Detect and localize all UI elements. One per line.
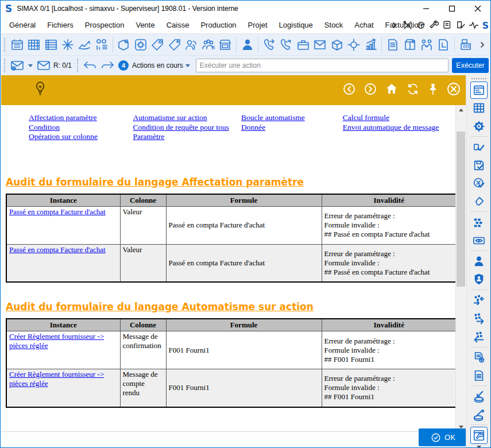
- ok-button[interactable]: OK: [419, 428, 467, 446]
- calendar-icon[interactable]: [9, 36, 25, 53]
- toolbar-drag-handle[interactable]: [77, 59, 80, 72]
- refresh-icon[interactable]: [406, 82, 420, 98]
- contacts-icon[interactable]: [183, 36, 199, 53]
- close-circle-icon[interactable]: [446, 82, 461, 99]
- table-cells-icon[interactable]: [470, 214, 488, 230]
- mail-icon[interactable]: [35, 57, 52, 74]
- pending-actions-label[interactable]: Actions en cours: [132, 61, 183, 69]
- form-panel-icon[interactable]: [470, 82, 488, 99]
- doc-check-icon[interactable]: [455, 20, 466, 30]
- instance-link[interactable]: Passé en compta Facture d'achat: [9, 245, 106, 254]
- link-parametre[interactable]: Paramètre: [133, 132, 241, 142]
- menu-general[interactable]: Général: [3, 17, 41, 34]
- cash-register-icon[interactable]: [457, 36, 474, 53]
- wrench-icon[interactable]: [429, 20, 439, 30]
- save-check-icon[interactable]: [470, 157, 488, 173]
- shield-person-icon[interactable]: [470, 271, 488, 288]
- menu-vente[interactable]: Vente: [130, 17, 160, 34]
- command-input[interactable]: [196, 59, 449, 72]
- link-automatisme-sur-action[interactable]: Automatisme sur action: [133, 113, 241, 123]
- instance-link[interactable]: Passé en compta Facture d'achat: [9, 207, 106, 216]
- user-icon[interactable]: [239, 36, 256, 53]
- tag-icon[interactable]: [166, 36, 183, 53]
- menu-stock[interactable]: Stock: [319, 17, 349, 34]
- content-scrollbar[interactable]: [455, 105, 465, 431]
- document-icon[interactable]: [470, 367, 488, 384]
- paint-brush-icon[interactable]: [470, 193, 488, 210]
- sidebar-scroll-down-icon[interactable]: [477, 446, 481, 448]
- home-icon[interactable]: [385, 82, 399, 98]
- undo-icon[interactable]: [82, 57, 99, 74]
- overflow-arrow-icon[interactable]: [389, 20, 400, 30]
- link-calcul-formule[interactable]: Calcul formule: [343, 113, 455, 123]
- menu-caisse[interactable]: Caisse: [161, 17, 195, 34]
- instance-link[interactable]: Créer Règlement fournisseur -> pièces ré…: [9, 370, 104, 388]
- package-bell-icon[interactable]: [115, 36, 132, 53]
- scroll-up-icon[interactable]: [456, 105, 466, 114]
- gear-icon[interactable]: [470, 118, 488, 134]
- handshake-icon[interactable]: [418, 36, 435, 53]
- bar-chart-icon[interactable]: [362, 36, 379, 53]
- link-condition[interactable]: Condition: [29, 123, 133, 133]
- database-import-icon[interactable]: [470, 388, 488, 404]
- execute-button[interactable]: Exécuter: [452, 58, 489, 73]
- scatter-import-icon[interactable]: [470, 328, 488, 345]
- toolbar-drag-handle[interactable]: [4, 59, 7, 72]
- toolbar-drag-handle[interactable]: [4, 38, 7, 52]
- tools-icon[interactable]: [403, 20, 413, 30]
- redo-icon[interactable]: [99, 57, 116, 74]
- package-icon[interactable]: [401, 36, 418, 53]
- check-doc-icon[interactable]: [470, 138, 488, 155]
- list-view-icon[interactable]: [42, 36, 59, 53]
- burst-icon[interactable]: [59, 36, 76, 53]
- sidebar-drag-handle[interactable]: [471, 78, 486, 79]
- pending-actions-caret-icon[interactable]: [185, 64, 190, 67]
- toolbar-overflow-icon[interactable]: [474, 36, 491, 53]
- stats-board-icon[interactable]: [93, 36, 110, 53]
- forward-circle-icon[interactable]: [364, 82, 377, 98]
- cube-icon[interactable]: [328, 36, 345, 53]
- group-icon[interactable]: [200, 36, 216, 53]
- menu-production[interactable]: Production: [195, 17, 242, 34]
- phone-forward-icon[interactable]: [278, 36, 295, 53]
- instance-link[interactable]: Créer Règlement fournisseur -> pièces ré…: [9, 332, 104, 350]
- close-icon[interactable]: [465, 1, 490, 17]
- menu-logistique[interactable]: Logistique: [273, 17, 319, 34]
- link-envoi-automatique[interactable]: Envoi automatique de message: [343, 123, 455, 133]
- trend-chart-icon[interactable]: [76, 36, 93, 53]
- document-add-icon[interactable]: [470, 349, 488, 366]
- document-l-icon[interactable]: [435, 36, 452, 53]
- person-icon[interactable]: [470, 253, 488, 269]
- envelope-icon[interactable]: [312, 36, 328, 53]
- scatter-export-icon[interactable]: [470, 310, 488, 327]
- database-edit-icon[interactable]: [470, 406, 488, 423]
- target-arrow-icon[interactable]: [416, 20, 426, 30]
- table-grid-icon[interactable]: [470, 100, 488, 117]
- back-circle-icon[interactable]: [342, 82, 356, 98]
- link-affectation-parametre[interactable]: Affectation paramètre: [29, 113, 133, 123]
- crosshair-icon[interactable]: [346, 36, 362, 53]
- document-icon[interactable]: [384, 36, 401, 53]
- window-wrench-icon[interactable]: [470, 427, 488, 444]
- link-operation-sur-colonne[interactable]: Opération sur colonne: [29, 132, 133, 142]
- briefcase-icon[interactable]: [295, 36, 311, 53]
- new-mail-icon[interactable]: [9, 57, 26, 74]
- scrollbar-thumb[interactable]: [457, 132, 465, 287]
- gear-box-icon[interactable]: [132, 36, 149, 53]
- new-mail-caret-icon[interactable]: [28, 64, 33, 67]
- link-condition-de-requete[interactable]: Condition de requête pour tous: [133, 123, 241, 133]
- planning-grid-icon[interactable]: [25, 36, 42, 53]
- minimize-icon[interactable]: [413, 1, 439, 17]
- script-icon[interactable]: [442, 20, 453, 30]
- menu-fichiers[interactable]: Fichiers: [41, 17, 79, 34]
- menu-projet[interactable]: Projet: [242, 17, 273, 34]
- maximize-icon[interactable]: [439, 1, 465, 17]
- tag-clock-icon[interactable]: [149, 36, 166, 53]
- keyboard-eye-icon[interactable]: [470, 232, 488, 249]
- shop-icon[interactable]: [216, 36, 233, 53]
- menu-achat[interactable]: Achat: [349, 17, 379, 34]
- menu-prospection[interactable]: Prospection: [79, 17, 130, 34]
- circle-check-icon[interactable]: [470, 175, 488, 191]
- link-donnee[interactable]: Donnée: [241, 123, 343, 133]
- scatter-sync-icon[interactable]: [470, 292, 488, 308]
